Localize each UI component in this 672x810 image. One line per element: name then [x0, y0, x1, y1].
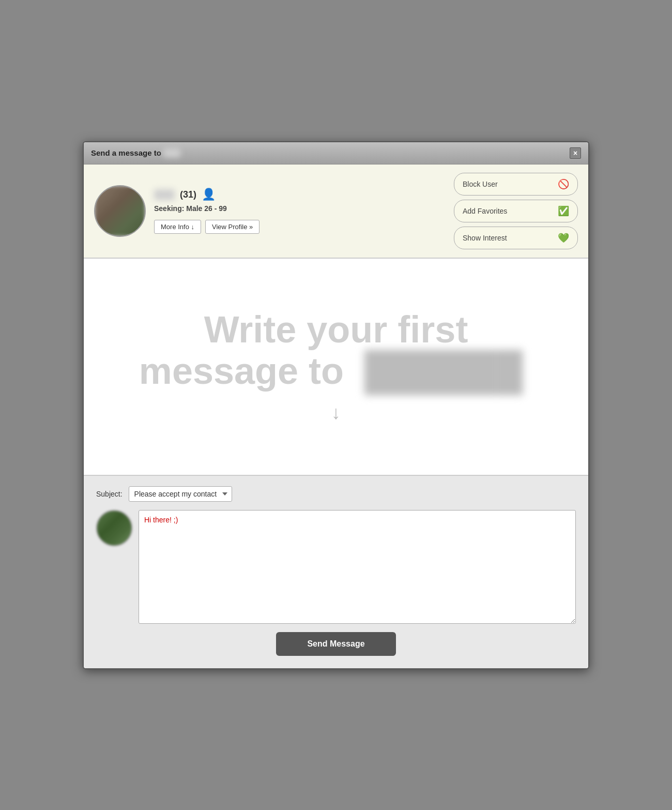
prompt-name-blurred: ██████: [354, 351, 533, 392]
profile-user-icon: 👤: [202, 188, 216, 201]
message-row: Hi there! ;): [96, 510, 576, 624]
profile-name-blurred: [154, 189, 175, 200]
compose-area: Subject: Please accept my contact Hello!…: [84, 476, 588, 668]
profile-seeking: Seeking: Male 26 - 99: [154, 204, 259, 213]
profile-header: (31) 👤 Seeking: Male 26 - 99 More Info ↓…: [84, 164, 588, 259]
title-bar: Send a message to ×: [84, 142, 588, 164]
profile-buttons: More Info ↓ View Profile »: [154, 220, 259, 234]
message-display-area: Write your first message to ██████ ↓: [84, 259, 588, 476]
first-message-prompt: Write your first message to ██████ ↓: [139, 309, 533, 423]
profile-info: (31) 👤 Seeking: Male 26 - 99 More Info ↓…: [154, 188, 259, 234]
send-message-button[interactable]: Send Message: [276, 632, 395, 656]
avatar-image-blurred: [95, 186, 145, 236]
more-info-button[interactable]: More Info ↓: [154, 220, 201, 234]
heart-icon: 💚: [558, 232, 569, 244]
block-icon: 🚫: [558, 178, 569, 190]
dialog-title: Send a message to: [91, 148, 180, 157]
close-button[interactable]: ×: [570, 147, 581, 159]
send-message-dialog: Send a message to × (31) 👤 Seeking: Male…: [83, 141, 589, 669]
message-textarea[interactable]: Hi there! ;): [139, 510, 576, 624]
checkmark-icon: ✅: [558, 205, 569, 217]
profile-age: (31): [180, 189, 196, 200]
profile-avatar: [94, 185, 146, 237]
show-interest-button[interactable]: Show Interest 💚: [454, 227, 578, 249]
block-user-button[interactable]: Block User 🚫: [454, 173, 578, 196]
prompt-text: Write your first message to ██████: [139, 309, 533, 391]
subject-label: Subject:: [96, 490, 123, 498]
action-buttons: Block User 🚫 Add Favorites ✅ Show Intere…: [454, 173, 578, 249]
profile-name-row: (31) 👤: [154, 188, 259, 201]
profile-left: (31) 👤 Seeking: Male 26 - 99 More Info ↓…: [94, 185, 259, 237]
subject-dropdown[interactable]: Please accept my contact Hello! Nice to …: [129, 486, 232, 502]
sender-avatar: [96, 510, 132, 546]
send-button-row: Send Message: [96, 632, 576, 656]
add-favorites-button[interactable]: Add Favorites ✅: [454, 200, 578, 222]
view-profile-button[interactable]: View Profile »: [205, 220, 259, 234]
recipient-name-blurred: [163, 148, 180, 157]
subject-row: Subject: Please accept my contact Hello!…: [96, 486, 576, 502]
arrow-down-icon: ↓: [139, 402, 533, 424]
